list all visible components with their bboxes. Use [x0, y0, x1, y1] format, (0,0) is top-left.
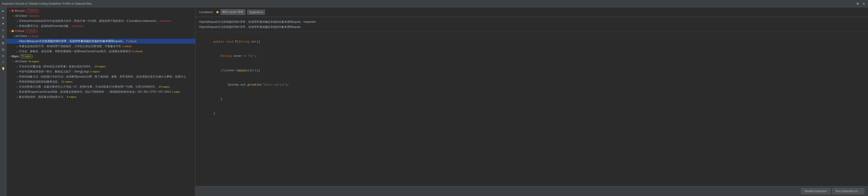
- code-line-2: String inner = "hi";: [199, 49, 864, 63]
- critical-item-3-count: 5 criticals: [132, 50, 143, 53]
- critical-item-2-text: 常量名必须全部大写，单词间用下划线隔开，力求语义表达完整清楚，不要嫌名字长: [19, 44, 121, 48]
- expand-arrow-ali-blocker: [12, 14, 15, 18]
- sort-button[interactable]: ⇅: [1, 34, 6, 39]
- major-item-5-text: 方法内部单行注释，在被注释语句上方另起一行，使用//注释。方法内部多行注释使用/…: [19, 85, 158, 89]
- tree-item-critical-root[interactable]: Critical 9 criticals: [6, 29, 195, 34]
- fn-f: f: [235, 40, 237, 43]
- ali-check-blocker-count: 7 blockers: [28, 14, 39, 17]
- description-line1: Object的equals方法容易抛空指针异常，应使用常量或确定有值的对象来调用…: [199, 20, 864, 24]
- blocker-item-1-count: 4 blockers: [160, 20, 171, 22]
- blocker-item-2-count: 3 blockers: [72, 25, 83, 27]
- kw-void: void: [226, 40, 233, 43]
- major-item-1-count: 19 majors: [94, 65, 105, 68]
- tree-item-ali-check-blocker[interactable]: Ali-Check 7 blockers: [6, 13, 195, 19]
- bottom-bar: Disable inspection Run inspection on ...: [195, 186, 868, 196]
- kw-public: public: [213, 40, 224, 43]
- code-line-3: if(inner.equals(str)){: [199, 64, 864, 78]
- tree-item-critical-2[interactable]: 常量名必须全部大写，单词间用下划线隔开，力求语义表达完整清楚，不要嫌名字长 1 …: [6, 44, 195, 49]
- down-button[interactable]: ▼: [1, 21, 6, 26]
- tree-item-major-2[interactable]: 中括号是数组类型的一部分，数组定义如下：String[] args 2 majo…: [6, 69, 195, 74]
- suppress-button[interactable]: Suppress ▾: [247, 10, 265, 15]
- close-button[interactable]: ✕: [862, 1, 866, 6]
- ali-check-major-count: 78 majors: [28, 60, 39, 63]
- tree-item-major-3[interactable]: 所有的抽象方法（包括接口中的方法）必须要用javadoc注释、除了返回值、参数、…: [6, 74, 195, 79]
- right-panel: 3 problems: 翻转 equals 调用 Suppress ▾ Obje…: [195, 7, 868, 196]
- help-button[interactable]: ?: [1, 60, 6, 65]
- code-line-4: System.out.println("hello world");: [199, 78, 864, 92]
- problems-count: 3 problems:: [199, 10, 214, 14]
- description-line2: Object的equals方法容易抛空指针异常，应使用常量或确定有值的对象来调用…: [199, 25, 864, 29]
- major-item-2-count: 2 majors: [90, 70, 100, 73]
- problems-header: 3 problems: 翻转 equals 调用 Suppress ▾: [195, 7, 868, 17]
- up-button[interactable]: ▲: [1, 15, 6, 20]
- title-bar: Inspection Results of 'Alibaba Coding Gu…: [0, 0, 868, 7]
- expand-arrow-c3: [16, 50, 19, 53]
- ali-check-blocker-label: Ali-Check: [15, 14, 27, 18]
- description-area: Object的equals方法容易抛空指针异常，应使用常量或确定有值的对象来调用…: [195, 17, 868, 32]
- blocker-badge: 7 blockers: [26, 9, 39, 13]
- ali-check-major-label: Ali-Check: [15, 60, 27, 63]
- critical-root-label: Critical: [15, 29, 24, 33]
- tree-item-major-5[interactable]: 方法内部单行注释，在被注释语句上方另起一行，使用//注释。方法内部多行注释使用/…: [6, 84, 195, 89]
- settings-button[interactable]: ⚙: [855, 1, 860, 6]
- fix-button[interactable]: 翻转 equals 调用: [220, 9, 245, 15]
- major-badge: 78 majors: [20, 55, 33, 58]
- tree-item-major-root[interactable]: Major 78 majors: [6, 54, 195, 59]
- major-item-3-text: 所有的抽象方法（包括接口中的方法）必须要用javadoc注释、除了返回值、参数、…: [19, 75, 186, 79]
- tree-item-major-4[interactable]: 所有的类都必须添加创建者信息。 15 majors: [6, 79, 195, 84]
- expand-arrow-m4: [16, 80, 19, 83]
- critical-item-2-count: 1 critical: [122, 45, 131, 47]
- blocker-icon: [11, 10, 14, 12]
- group-button[interactable]: ≡: [1, 28, 6, 33]
- expand-arrow-m5: [16, 85, 19, 88]
- tip-button[interactable]: 💡: [1, 66, 6, 71]
- expand-arrow-ali-major: [12, 60, 15, 63]
- str-hello: "hello world": [262, 83, 285, 87]
- run-button[interactable]: ▶: [1, 8, 6, 13]
- kw-string-2: String: [213, 54, 231, 58]
- tree-item-critical-1[interactable]: Object的equals方法容易抛空指针异常，应使用常量或确定有值的对象来调用…: [6, 39, 195, 44]
- suppress-label: Suppress: [249, 10, 261, 14]
- title-bar-actions: ⚙ ✕: [855, 1, 866, 6]
- expand-arrow-ali-critical: [12, 34, 15, 38]
- problems-label: 3 problems:: [199, 10, 214, 14]
- blocker-item-2-text: 所有的覆写方法，必须加@Override注解。: [19, 24, 71, 28]
- major-item-7-count: 8 majors: [67, 95, 76, 98]
- close-toolbar-button[interactable]: ✕: [1, 53, 6, 59]
- tree-item-major-1[interactable]: 不允许任何魔法值（即未经定义的常量）直接出现在代码中。 19 majors: [6, 64, 195, 69]
- major-item-4-count: 15 majors: [61, 80, 72, 83]
- tree-item-critical-3[interactable]: 方法名、参数名、成员变量、局部变量都统一使用lowerCamelCase形式，必…: [6, 49, 195, 54]
- tree-item-major-7[interactable]: 集合初始化时，指定集合初始值大小。 8 majors: [6, 94, 195, 99]
- title-bar-text: Inspection Results of 'Alibaba Coding Gu…: [2, 2, 91, 5]
- tree-item-ali-check-critical[interactable]: Ali-Check 9 criticals: [6, 34, 195, 39]
- expand-all-button[interactable]: ⊞: [1, 40, 6, 45]
- ali-check-critical-count: 9 criticals: [28, 35, 38, 37]
- tree-item-major-6[interactable]: 类名使用UpperCamelCase风格，必须遵从驼峰形式，但以下情形例外：（领…: [6, 89, 195, 94]
- major-item-2-text: 中括号是数组类型的一部分，数组定义如下：String[] args: [19, 70, 89, 74]
- code-line-5: }: [199, 92, 864, 106]
- ali-check-critical-label: Ali-Check: [15, 34, 27, 38]
- major-item-6-text: 类名使用UpperCamelCase风格，必须遵从驼峰形式，但以下情形例外：（领…: [19, 90, 171, 94]
- critical-item-3-text: 方法名、参数名、成员变量、局部变量都统一使用lowerCamelCase形式，必…: [19, 50, 131, 53]
- tree-item-blocker-2[interactable]: 所有的覆写方法，必须加@Override注解。 3 blockers: [6, 24, 195, 29]
- tree-item-blocker-1[interactable]: 在if/else/for/while/do语句中必须使用大括号，即使只有一行代码…: [6, 19, 195, 24]
- suppress-arrow-icon: ▾: [261, 10, 263, 14]
- collapse-all-button[interactable]: ⊟: [1, 47, 6, 52]
- critical-badge: 9 criticals: [25, 29, 37, 33]
- code-line-1: public void f(String str){: [199, 35, 864, 49]
- fn-println: println: [248, 83, 260, 87]
- fn-equals: equals: [237, 69, 248, 72]
- problems-dot-icon: [216, 11, 219, 13]
- run-inspection-button[interactable]: Run inspection on ...: [832, 188, 864, 194]
- major-item-7-text: 集合初始化时，指定集合初始值大小。: [19, 95, 66, 99]
- major-item-6-count: 1 major: [172, 90, 180, 93]
- tree-item-blocker-root[interactable]: Blocker 7 blockers: [6, 8, 195, 13]
- expand-arrow-b2: [16, 24, 19, 28]
- code-area: public void f(String str){ String inner …: [195, 32, 868, 186]
- kw-string-1: String: [239, 40, 249, 43]
- expand-arrow-m1: [16, 65, 19, 68]
- tree-item-ali-check-major[interactable]: Ali-Check 78 majors: [6, 59, 195, 64]
- major-root-label: Major: [11, 55, 19, 58]
- disable-inspection-button[interactable]: Disable inspection: [801, 188, 830, 194]
- major-item-1-text: 不允许任何魔法值（即未经定义的常量）直接出现在代码中。: [19, 65, 94, 69]
